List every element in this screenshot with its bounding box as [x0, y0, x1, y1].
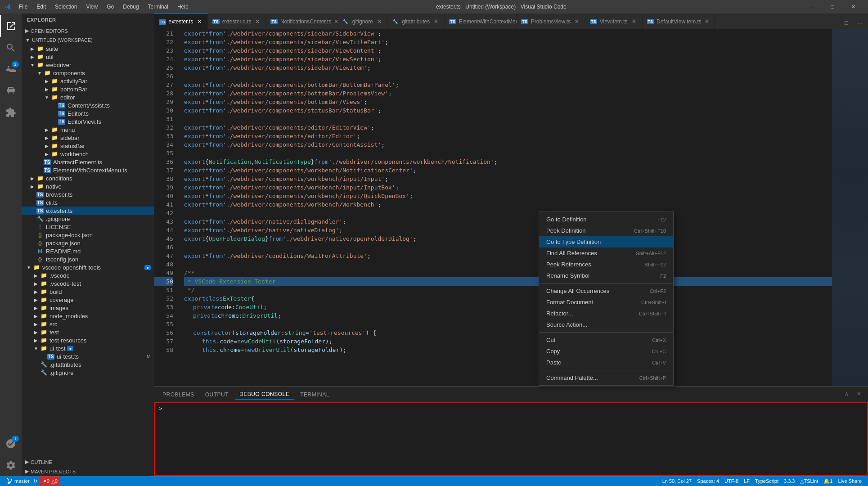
- tree-gitignore[interactable]: 🔧.gitignore: [22, 215, 154, 223]
- ctx-find-all-references[interactable]: Find All References Shift+Alt+F12: [539, 248, 673, 259]
- activity-source-control[interactable]: 2: [0, 58, 22, 80]
- tree-tsconfig[interactable]: {}tsconfig.json: [22, 255, 154, 263]
- tree-images[interactable]: ▶📁images: [22, 304, 154, 312]
- more-tabs-button[interactable]: ···: [854, 17, 866, 29]
- ctx-command-palette[interactable]: Command Palette... Ctrl+Shift+P: [539, 372, 673, 383]
- tree-contentassist[interactable]: TSContentAssist.ts: [22, 101, 154, 109]
- maven-projects-header[interactable]: ▶MAVEN PROJECTS: [22, 467, 154, 476]
- menu-view[interactable]: View: [82, 3, 101, 11]
- panel-close[interactable]: ✕: [854, 388, 864, 399]
- tree-editor[interactable]: ▼📁editor: [22, 93, 154, 101]
- tab-problems[interactable]: PROBLEMS: [158, 390, 199, 400]
- tree-sidebar-folder[interactable]: ▶📁sidebar: [22, 134, 154, 142]
- tab-terminal[interactable]: TERMINAL: [296, 390, 334, 400]
- workspace-header[interactable]: ▼UNTITLED (WORKSPACE): [22, 36, 154, 45]
- code-area[interactable]: export * from './webdriver/components/si…: [177, 29, 832, 386]
- tree-ui-test[interactable]: ▼📁ui-test●: [22, 344, 154, 352]
- activity-debug[interactable]: [0, 80, 22, 102]
- ctx-go-to-definition[interactable]: Go to Definition F12: [539, 214, 673, 225]
- tab-close-gitignore[interactable]: ✕: [376, 18, 383, 25]
- tree-gitattributes[interactable]: 🔧.gitattributes: [22, 360, 154, 369]
- live-share[interactable]: Live Share: [835, 476, 864, 486]
- activity-explorer[interactable]: [0, 15, 22, 37]
- tree-native[interactable]: ▶📁native: [22, 182, 154, 190]
- menu-terminal[interactable]: Terminal: [144, 3, 172, 11]
- tab-viewitem[interactable]: TS ViewItem.ts ✕: [585, 14, 642, 29]
- ctx-go-to-type-definition[interactable]: Go to Type Definition: [539, 236, 673, 248]
- ctx-change-all-occurrences[interactable]: Change All Occurrences Ctrl+F2: [539, 285, 673, 297]
- tree-util[interactable]: ▶📁util: [22, 53, 154, 61]
- panel-chevron-up[interactable]: ∧: [841, 388, 852, 399]
- tab-defaultviewitem[interactable]: TS DefaultViewItem.ts ✕: [643, 14, 715, 29]
- ctx-copy[interactable]: Copy Ctrl+C: [539, 346, 673, 357]
- tree-package-lock[interactable]: {}package-lock.json: [22, 231, 154, 239]
- outline-header[interactable]: ▶OUTLINE: [22, 457, 154, 467]
- tab-elementwithcontextmenu[interactable]: TS ElementWithContextMenu.ts ✕: [445, 14, 517, 29]
- error-count[interactable]: ✕0 △0: [40, 476, 60, 486]
- tree-package-json[interactable]: {}package.json: [22, 239, 154, 247]
- tree-editor-ts[interactable]: TSEditor.ts: [22, 109, 154, 117]
- tree-test[interactable]: ▶📁test: [22, 328, 154, 336]
- tab-gitattributes[interactable]: 🔧 .gitattributes ✕: [388, 14, 445, 29]
- menu-edit[interactable]: Edit: [33, 3, 49, 11]
- activity-accounts[interactable]: 1: [0, 433, 22, 454]
- tab-close-viewitem[interactable]: ✕: [630, 18, 638, 25]
- tree-conditions[interactable]: ▶📁conditions: [22, 174, 154, 182]
- tab-output[interactable]: OUTPUT: [201, 390, 233, 400]
- tree-suite[interactable]: ▶📁suite: [22, 45, 154, 53]
- tree-webdriver[interactable]: ▼📁webdriver: [22, 61, 154, 69]
- tree-statusbar[interactable]: ▶📁statusBar: [22, 142, 154, 150]
- tab-extester-ts[interactable]: TS extester.ts ✕: [154, 14, 208, 29]
- ctx-source-action[interactable]: Source Action...: [539, 319, 673, 330]
- ctx-refactor[interactable]: Refactor... Ctrl+Shift+R: [539, 308, 673, 319]
- activity-extensions[interactable]: [0, 102, 22, 123]
- tree-readme[interactable]: MREADME.md: [22, 247, 154, 255]
- tree-vscode-test[interactable]: ▶📁.vscode-test: [22, 279, 154, 288]
- line-ending[interactable]: LF: [741, 476, 752, 486]
- ctx-peek-definition[interactable]: Peek Definition Ctrl+Shift+F10: [539, 225, 673, 236]
- tree-vscode-openshift[interactable]: ▼📁vscode-openshift-tools●: [22, 263, 154, 271]
- tab-debug-console[interactable]: DEBUG CONSOLE: [235, 389, 294, 400]
- close-button[interactable]: ✕: [843, 0, 864, 14]
- tab-close-defaultviewitem[interactable]: ✕: [704, 18, 710, 25]
- encoding[interactable]: UTF-8: [722, 476, 741, 486]
- tree-bottombar[interactable]: ▶📁bottomBar: [22, 85, 154, 93]
- indentation[interactable]: Spaces: 4: [694, 476, 722, 486]
- tree-activitybar[interactable]: ▶📁activityBar: [22, 77, 154, 85]
- tslint[interactable]: △ TSLint: [797, 476, 821, 486]
- ctx-format-document[interactable]: Format Document Ctrl+Shift+I: [539, 297, 673, 308]
- ctx-peek-references[interactable]: Peek References Shift+F12: [539, 259, 673, 270]
- menu-go[interactable]: Go: [103, 3, 117, 11]
- tree-workbench[interactable]: ▶📁workbench: [22, 150, 154, 158]
- tree-ui-test-ts[interactable]: TSui-test.tsM: [22, 352, 154, 360]
- activity-search[interactable]: [0, 37, 22, 58]
- tab-close-problemsview[interactable]: ✕: [573, 18, 580, 25]
- menu-help[interactable]: Help: [174, 3, 192, 11]
- ctx-cut[interactable]: Cut Ctrl+X: [539, 334, 673, 346]
- tree-coverage[interactable]: ▶📁coverage: [22, 296, 154, 304]
- tree-gitignore2[interactable]: 🔧.gitignore: [22, 369, 154, 377]
- tree-test-resources[interactable]: ▶📁test-resources: [22, 336, 154, 344]
- tree-menu[interactable]: ▶📁menu: [22, 126, 154, 134]
- tree-build[interactable]: ▶📁build: [22, 288, 154, 296]
- tree-abstractelement[interactable]: TSAbstractElement.ts: [22, 158, 154, 166]
- tree-license[interactable]: !LICENSE: [22, 223, 154, 231]
- language-mode[interactable]: TypeScript: [752, 476, 781, 486]
- split-editor-button[interactable]: ⊡: [840, 17, 853, 29]
- tab-close-extester[interactable]: ✕: [196, 18, 203, 25]
- ctx-rename-symbol[interactable]: Rename Symbol F2: [539, 270, 673, 281]
- tree-extester-ts[interactable]: TSextester.ts: [22, 207, 154, 215]
- tab-problemsview[interactable]: TS ProblemsView.ts ✕: [517, 14, 585, 29]
- typescript-version[interactable]: 3.3.3: [781, 476, 797, 486]
- tree-editorview[interactable]: TSEditorView.ts: [22, 117, 154, 126]
- notification-bell[interactable]: 🔔1: [821, 476, 835, 486]
- tab-gitignore[interactable]: 🔧 .gitignore ✕: [338, 14, 387, 29]
- git-branch[interactable]: master ↻: [4, 476, 40, 486]
- tree-node-modules[interactable]: ▶📁node_modules: [22, 312, 154, 320]
- ctx-paste[interactable]: Paste Ctrl+V: [539, 357, 673, 368]
- menu-selection[interactable]: Selection: [51, 3, 81, 11]
- cursor-position[interactable]: Ln 50, Col 27: [660, 476, 694, 486]
- tab-notificationscenter[interactable]: TS NotificationsCenter.ts ✕: [266, 14, 338, 29]
- tree-elementwithcontextmenu[interactable]: TSElementWithContextMenu.ts: [22, 166, 154, 174]
- menu-file[interactable]: File: [15, 3, 31, 11]
